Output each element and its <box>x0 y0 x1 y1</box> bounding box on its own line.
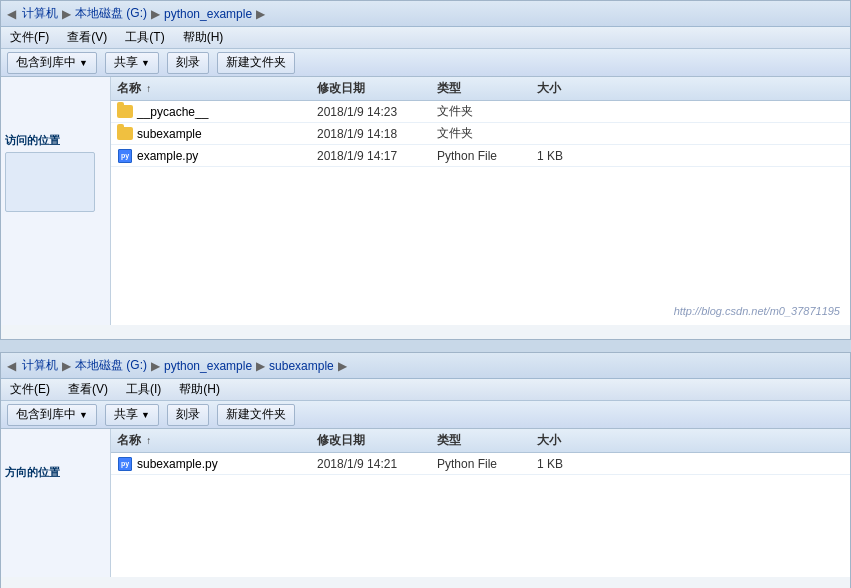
sidebar-label-1: 访问的位置 <box>5 133 106 148</box>
python-icon-example: py <box>117 148 133 164</box>
address-part-drive-2[interactable]: 本地磁盘 (G:) <box>75 357 147 374</box>
toolbar-1: 包含到库中 ▼ 共享 ▼ 刻录 新建文件夹 <box>1 49 850 77</box>
file-row-example-py[interactable]: py example.py 2018/1/9 14:17 Python File… <box>111 145 850 167</box>
new-folder-btn-2[interactable]: 新建文件夹 <box>217 404 295 426</box>
menu-tools-1[interactable]: 工具(T) <box>122 28 167 47</box>
window-2: ◀ 计算机 ▶ 本地磁盘 (G:) ▶ python_example ▶ sub… <box>0 352 851 588</box>
menu-help-1[interactable]: 帮助(H) <box>180 28 227 47</box>
share-btn-1[interactable]: 共享 ▼ <box>105 52 159 74</box>
menu-tools-2[interactable]: 工具(I) <box>123 380 164 399</box>
window-1: ◀ 计算机 ▶ 本地磁盘 (G:) ▶ python_example ▶ 文件(… <box>0 0 851 340</box>
content-area-1: 访问的位置 名称 ↑ 修改日期 类型 大小 <box>1 77 850 325</box>
file-list-header-1: 名称 ↑ 修改日期 类型 大小 <box>111 77 850 101</box>
sidebar-2: 方向的位置 <box>1 429 111 577</box>
folder-icon-pycache <box>117 104 133 120</box>
folder-icon-subexample <box>117 126 133 142</box>
file-list-1: 名称 ↑ 修改日期 类型 大小 __pycache__ 2018/1/9 14:… <box>111 77 850 325</box>
watermark: http://blog.csdn.net/m0_37871195 <box>674 305 840 317</box>
address-part-computer-2[interactable]: 计算机 <box>22 357 58 374</box>
col-header-type-2[interactable]: 类型 <box>437 432 537 449</box>
sep2-2: ▶ <box>151 359 160 373</box>
share-arrow-icon: ▼ <box>141 58 150 68</box>
address-part-folder[interactable]: python_example <box>164 7 252 21</box>
menu-bar-2: 文件(E) 查看(V) 工具(I) 帮助(H) <box>1 379 850 401</box>
python-icon-subexample: py <box>117 456 133 472</box>
address-bar-2: ◀ 计算机 ▶ 本地磁盘 (G:) ▶ python_example ▶ sub… <box>1 353 850 379</box>
toolbar-2: 包含到库中 ▼ 共享 ▼ 刻录 新建文件夹 <box>1 401 850 429</box>
col-header-name-1[interactable]: 名称 ↑ <box>117 80 317 97</box>
sidebar-placeholder-1 <box>5 152 95 212</box>
file-row-pycache[interactable]: __pycache__ 2018/1/9 14:23 文件夹 <box>111 101 850 123</box>
file-row-subexample-py[interactable]: py subexample.py 2018/1/9 14:21 Python F… <box>111 453 850 475</box>
sep2-3: ▶ <box>256 359 265 373</box>
share-arrow-icon-2: ▼ <box>141 410 150 420</box>
menu-help-2[interactable]: 帮助(H) <box>176 380 223 399</box>
menu-view-2[interactable]: 查看(V) <box>65 380 111 399</box>
sidebar-label-2: 方向的位置 <box>5 465 106 480</box>
include-arrow-icon: ▼ <box>79 58 88 68</box>
sort-arrow-name-2: ↑ <box>146 435 151 446</box>
sep2-1: ▶ <box>62 359 71 373</box>
include-library-btn-1[interactable]: 包含到库中 ▼ <box>7 52 97 74</box>
address-part-subfolder-2[interactable]: subexample <box>269 359 334 373</box>
file-row-subexample[interactable]: subexample 2018/1/9 14:18 文件夹 <box>111 123 850 145</box>
col-header-date-2[interactable]: 修改日期 <box>317 432 437 449</box>
menu-bar-1: 文件(F) 查看(V) 工具(T) 帮助(H) <box>1 27 850 49</box>
address-part-drive[interactable]: 本地磁盘 (G:) <box>75 5 147 22</box>
content-area-2: 方向的位置 名称 ↑ 修改日期 类型 大小 py s <box>1 429 850 577</box>
col-header-size-2[interactable]: 大小 <box>537 432 617 449</box>
col-header-date-1[interactable]: 修改日期 <box>317 80 437 97</box>
nav-back-icon-2[interactable]: ◀ <box>7 359 16 373</box>
address-bar-1: ◀ 计算机 ▶ 本地磁盘 (G:) ▶ python_example ▶ <box>1 1 850 27</box>
menu-file-1[interactable]: 文件(F) <box>7 28 52 47</box>
address-part-computer[interactable]: 计算机 <box>22 5 58 22</box>
nav-back-icon[interactable]: ◀ <box>7 7 16 21</box>
sep1: ▶ <box>62 7 71 21</box>
new-folder-btn-1[interactable]: 新建文件夹 <box>217 52 295 74</box>
sep2: ▶ <box>151 7 160 21</box>
file-list-header-2: 名称 ↑ 修改日期 类型 大小 <box>111 429 850 453</box>
col-header-type-1[interactable]: 类型 <box>437 80 537 97</box>
menu-file-2[interactable]: 文件(E) <box>7 380 53 399</box>
include-arrow-icon-2: ▼ <box>79 410 88 420</box>
file-list-2: 名称 ↑ 修改日期 类型 大小 py subexample.py 2018/1/… <box>111 429 850 577</box>
col-header-name-2[interactable]: 名称 ↑ <box>117 432 317 449</box>
burn-btn-1[interactable]: 刻录 <box>167 52 209 74</box>
address-part-folder-2[interactable]: python_example <box>164 359 252 373</box>
include-library-btn-2[interactable]: 包含到库中 ▼ <box>7 404 97 426</box>
burn-btn-2[interactable]: 刻录 <box>167 404 209 426</box>
share-btn-2[interactable]: 共享 ▼ <box>105 404 159 426</box>
sep2-4: ▶ <box>338 359 347 373</box>
col-header-size-1[interactable]: 大小 <box>537 80 617 97</box>
menu-view-1[interactable]: 查看(V) <box>64 28 110 47</box>
sidebar-1: 访问的位置 <box>1 77 111 325</box>
sort-arrow-name-1: ↑ <box>146 83 151 94</box>
sep3: ▶ <box>256 7 265 21</box>
